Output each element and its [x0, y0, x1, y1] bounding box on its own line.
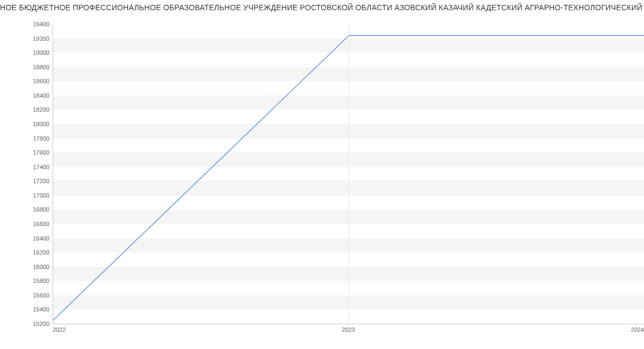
y-tick-label: 18800 [17, 64, 49, 70]
x-tick-label: 2024 [631, 326, 644, 333]
y-tick-label: 18000 [17, 121, 49, 127]
grid-vertical [349, 24, 349, 324]
y-tick-label: 16800 [17, 206, 49, 213]
y-tick-label: 16200 [17, 249, 49, 256]
y-tick-label: 15600 [17, 292, 49, 299]
y-tick-label: 17600 [17, 149, 49, 156]
y-tick-label: 16600 [17, 221, 49, 227]
y-tick-label: 15400 [17, 306, 49, 312]
y-tick-label: 18400 [17, 92, 49, 99]
y-tick-label: 19400 [17, 21, 49, 27]
chart-title: НОЕ БЮДЖЕТНОЕ ПРОФЕССИОНАЛЬНОЕ ОБРАЗОВАТ… [0, 3, 644, 12]
y-tick-label: 17000 [17, 192, 49, 199]
plot-area [53, 24, 644, 324]
y-tick-label: 17400 [17, 164, 49, 170]
y-tick-label: 16000 [17, 264, 49, 270]
y-tick-label: 19000 [17, 49, 49, 56]
y-tick-label: 17200 [17, 178, 49, 184]
x-tick-label: 2022 [53, 326, 65, 333]
y-tick-label: 16400 [17, 235, 49, 242]
y-tick-label: 15200 [17, 321, 49, 327]
x-tick-label: 2023 [342, 326, 355, 333]
y-tick-label: 17800 [17, 135, 49, 142]
y-tick-label: 19200 [17, 35, 49, 42]
y-tick-label: 15800 [17, 278, 49, 284]
y-tick-label: 18200 [17, 106, 49, 113]
y-tick-label: 18600 [17, 78, 49, 84]
